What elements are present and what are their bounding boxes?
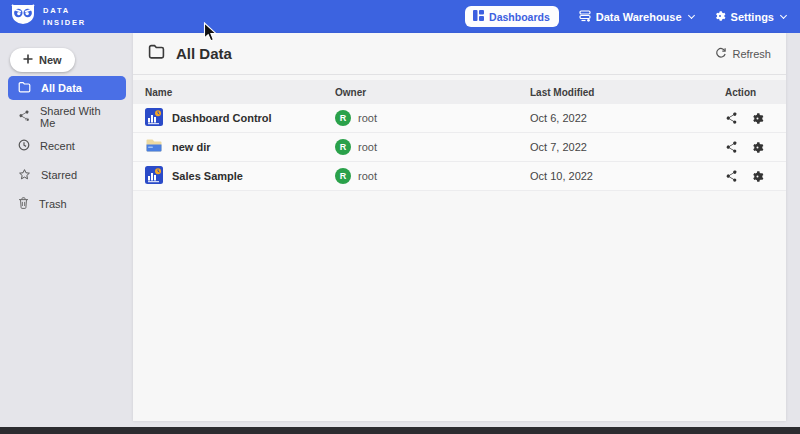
dashboards-button[interactable]: Dashboards	[465, 6, 559, 27]
name-cell: Sales Sample	[145, 166, 335, 186]
sidebar-item-label: All Data	[41, 82, 82, 94]
action-cell	[725, 170, 786, 183]
owner-name: root	[358, 170, 377, 182]
action-cell	[725, 141, 786, 154]
row-settings-button[interactable]	[751, 170, 764, 183]
owner-name: root	[358, 141, 377, 153]
last-modified-cell: Oct 6, 2022	[530, 112, 725, 124]
sidebar-item-label: Recent	[40, 140, 75, 152]
action-cell	[725, 112, 786, 125]
last-modified-cell: Oct 10, 2022	[530, 170, 725, 182]
settings-label: Settings	[731, 11, 774, 23]
top-header-bar: DATA INSIDER Dashboards	[0, 0, 800, 33]
app-logo: DATA INSIDER	[10, 4, 86, 30]
top-navigation: Dashboards Data Warehouse Set	[465, 6, 786, 27]
clock-icon	[18, 139, 30, 153]
sidebar-item-label: Trash	[39, 198, 67, 210]
app-name: DATA INSIDER	[43, 5, 86, 28]
trash-icon	[18, 197, 29, 211]
owl-logo-icon	[10, 4, 36, 30]
table-row[interactable]: new dir R root Oct 7, 2022	[133, 133, 786, 162]
window-bottom-edge	[0, 427, 800, 434]
name-cell: new dir	[145, 137, 335, 157]
gear-icon	[714, 10, 726, 24]
column-header-name: Name	[145, 87, 335, 98]
share-button[interactable]	[725, 141, 738, 154]
column-header-last-modified: Last Modified	[530, 87, 725, 98]
chevron-down-icon	[688, 11, 695, 18]
owner-cell: R root	[335, 139, 530, 155]
sidebar-item-label: Starred	[41, 169, 77, 181]
dashboard-icon	[473, 10, 484, 23]
file-name: new dir	[172, 141, 211, 153]
share-icon	[18, 110, 30, 124]
star-icon	[18, 168, 31, 183]
content-panel: All Data Refresh Name Owner Last Modifie…	[133, 33, 786, 421]
sidebar-menu: All Data Shared With Me Recent Starred T	[8, 76, 126, 221]
sidebar-item-trash[interactable]: Trash	[8, 192, 126, 216]
new-button[interactable]: New	[10, 48, 75, 72]
refresh-icon	[715, 47, 727, 61]
sidebar-item-recent[interactable]: Recent	[8, 134, 126, 158]
chevron-down-icon	[780, 11, 787, 18]
sidebar-item-all-data[interactable]: All Data	[8, 76, 126, 100]
new-button-label: New	[39, 54, 62, 66]
last-modified-cell: Oct 7, 2022	[530, 141, 725, 153]
dashboard-file-icon	[145, 108, 163, 128]
data-warehouse-label: Data Warehouse	[596, 11, 682, 23]
folder-icon	[18, 81, 31, 95]
row-settings-button[interactable]	[751, 141, 764, 154]
content-header: All Data Refresh	[133, 33, 786, 75]
file-name: Sales Sample	[172, 170, 243, 182]
sidebar-item-starred[interactable]: Starred	[8, 163, 126, 187]
database-icon	[579, 10, 591, 24]
data-warehouse-menu[interactable]: Data Warehouse	[579, 10, 694, 24]
name-cell: Dashboard Control	[145, 108, 335, 128]
sidebar: New All Data Shared With Me Recent Star	[0, 33, 133, 427]
folder-file-icon	[145, 137, 163, 157]
owner-cell: R root	[335, 110, 530, 126]
column-header-action: Action	[725, 87, 786, 98]
owner-cell: R root	[335, 168, 530, 184]
refresh-button[interactable]: Refresh	[715, 47, 771, 61]
sidebar-item-shared-with-me[interactable]: Shared With Me	[8, 105, 126, 129]
refresh-label: Refresh	[732, 48, 771, 60]
table-header-row: Name Owner Last Modified Action	[133, 80, 786, 104]
folder-icon	[148, 44, 165, 63]
dashboard-file-icon	[145, 166, 163, 186]
table-row[interactable]: Sales Sample R root Oct 10, 2022	[133, 162, 786, 191]
settings-menu[interactable]: Settings	[714, 10, 786, 24]
owner-avatar: R	[335, 110, 351, 126]
share-button[interactable]	[725, 112, 738, 125]
table-row[interactable]: Dashboard Control R root Oct 6, 2022	[133, 104, 786, 133]
page-title: All Data	[176, 45, 232, 62]
column-header-owner: Owner	[335, 87, 530, 98]
dashboards-button-label: Dashboards	[489, 11, 550, 23]
owner-avatar: R	[335, 168, 351, 184]
row-settings-button[interactable]	[751, 112, 764, 125]
sidebar-item-label: Shared With Me	[40, 105, 116, 129]
file-name: Dashboard Control	[172, 112, 272, 124]
owner-avatar: R	[335, 139, 351, 155]
share-button[interactable]	[725, 170, 738, 183]
owner-name: root	[358, 112, 377, 124]
plus-icon	[23, 54, 33, 66]
